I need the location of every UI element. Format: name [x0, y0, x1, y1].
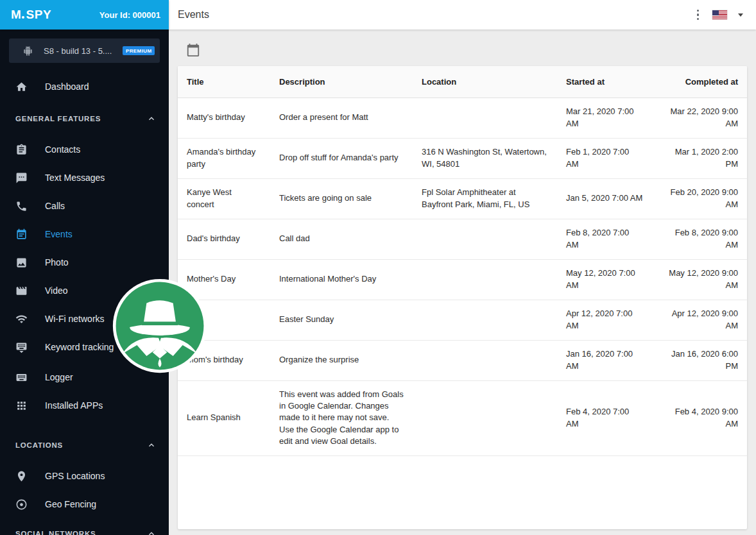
sidebar-item-label: Logger	[45, 372, 73, 382]
cell-description: Tickets are going on sale	[270, 178, 413, 219]
cell-title: Dad's birthday	[178, 219, 270, 259]
sidebar-item-label: Text Messages	[45, 173, 105, 183]
table-row: Mom's birthday Organize the surprise Jan…	[178, 340, 747, 380]
calendar-icon[interactable]	[186, 43, 202, 58]
table-row: Matty's birthday Order a present for Mat…	[178, 98, 747, 138]
cell-started: Jan 5, 2020 7:00 AM	[557, 178, 652, 219]
main-content: Title Description Location Started at Co…	[169, 30, 756, 535]
cell-started: Feb 1, 2020 7:00 AM	[557, 138, 652, 178]
device-name: S8 - build 13 - 5....	[33, 46, 123, 56]
video-icon	[15, 285, 28, 297]
home-icon	[15, 81, 28, 93]
chevron-up-icon	[146, 529, 157, 535]
sidebar-item-photo[interactable]: Photo	[0, 248, 169, 276]
sidebar-item-label: Calls	[45, 201, 65, 211]
topbar: Events	[169, 0, 756, 30]
sidebar-item-events[interactable]: Events	[0, 220, 169, 248]
logo-dot-icon	[22, 16, 24, 19]
premium-badge: PREMIUM	[123, 46, 155, 55]
section-general-features[interactable]: GENERAL FEATURES	[0, 106, 169, 132]
keyword-tracking-icon	[15, 341, 28, 353]
sidebar-item-label: Keyword tracking	[45, 342, 114, 352]
section-locations[interactable]: LOCATIONS	[0, 432, 169, 458]
cell-completed: Jan 16, 2020 6:00 PM	[652, 340, 747, 380]
section-label: GENERAL FEATURES	[15, 115, 101, 123]
column-started-at: Started at	[557, 66, 652, 98]
sidebar-item-geo-fencing[interactable]: Geo Fencing	[0, 490, 169, 518]
chevron-up-icon	[146, 114, 157, 124]
sidebar-item-calls[interactable]: Calls	[0, 192, 169, 220]
cell-description: Easter Sunday	[270, 300, 413, 340]
cell-completed: Apr 12, 2020 9:00 AM	[652, 300, 747, 340]
us-flag-icon[interactable]	[712, 10, 727, 19]
cell-completed: Feb 4, 2020 9:00 AM	[652, 380, 747, 455]
cell-description: Call dad	[270, 219, 413, 259]
cell-description: Drop off stuff for Amanda's party	[270, 138, 413, 178]
sidebar-item-label: Wi-Fi networks	[45, 314, 105, 324]
sidebar-item-contacts[interactable]: Contacts	[0, 135, 169, 164]
wifi-icon	[15, 313, 28, 325]
mspy-logo: MSPY	[11, 8, 51, 22]
brand-header: MSPY Your Id: 000001	[0, 0, 169, 30]
section-social-networks[interactable]: SOCIAL NETWORKS	[0, 521, 169, 535]
geo-fencing-icon	[15, 498, 28, 511]
table-row: Easter Sunday Apr 12, 2020 7:00 AM Apr 1…	[178, 300, 747, 340]
gps-locations-icon	[15, 470, 28, 482]
cell-location	[413, 219, 557, 259]
sidebar-item-label: Photo	[45, 257, 69, 268]
user-id-label: Your Id: 000001	[99, 10, 160, 20]
column-description: Description	[270, 66, 413, 98]
cell-location: 316 N Washington St, Watertown, WI, 5480…	[413, 138, 557, 178]
cell-completed: Mar 22, 2020 9:00 AM	[652, 98, 747, 138]
cell-started: May 12, 2020 7:00 AM	[557, 259, 652, 300]
cell-completed: May 12, 2020 9:00 AM	[652, 259, 747, 300]
sidebar-item-text-messages[interactable]: Text Messages	[0, 164, 169, 192]
sidebar-item-label: Contacts	[45, 144, 80, 155]
caret-down-icon[interactable]	[738, 13, 743, 17]
app-window: MSPY Your Id: 000001 Events S8 - build 1…	[0, 0, 756, 535]
cell-started: Feb 8, 2020 7:00 AM	[557, 219, 652, 259]
sidebar-item-installed-apps[interactable]: Installed APPs	[0, 391, 169, 420]
cell-description: This event was added from Goals in Googl…	[270, 380, 413, 455]
cell-description: Organize the surprise	[270, 340, 413, 380]
spy-logo	[112, 278, 208, 374]
table-row: Amanda's birthday party Drop off stuff f…	[178, 138, 747, 178]
contacts-icon	[15, 144, 28, 156]
column-location: Location	[413, 66, 557, 98]
cell-completed: Mar 1, 2020 2:00 PM	[652, 138, 747, 178]
device-selector[interactable]: S8 - build 13 - 5.... PREMIUM	[9, 38, 160, 63]
cell-description: Order a present for Matt	[270, 98, 413, 138]
photo-icon	[15, 257, 28, 269]
cell-started: Mar 21, 2020 7:00 AM	[557, 98, 652, 138]
cell-started: Jan 16, 2020 7:00 AM	[557, 340, 652, 380]
cell-title: Kanye West concert	[178, 178, 270, 219]
android-icon	[23, 46, 33, 56]
calls-icon	[15, 200, 28, 212]
sidebar-item-label: Events	[45, 229, 73, 239]
column-completed-at: Completed at	[652, 66, 747, 98]
cell-started: Feb 4, 2020 7:00 AM	[557, 380, 652, 455]
cell-location	[413, 300, 557, 340]
table-row: Learn Spanish This event was added from …	[178, 380, 747, 455]
cell-completed: Feb 20, 2020 9:00 AM	[652, 178, 747, 219]
topbar-actions	[694, 7, 756, 23]
sidebar-item-label: GPS Locations	[45, 471, 105, 481]
events-table-card: Title Description Location Started at Co…	[178, 66, 747, 529]
column-title: Title	[178, 66, 270, 98]
cell-completed: Feb 8, 2020 9:00 AM	[652, 219, 747, 259]
cell-location	[413, 340, 557, 380]
text-messages-icon	[15, 172, 28, 184]
table-row: Dad's birthday Call dad Feb 8, 2020 7:00…	[178, 219, 747, 259]
kebab-menu-icon[interactable]	[694, 7, 702, 23]
sidebar-item-dashboard[interactable]: Dashboard	[0, 72, 169, 101]
cell-location	[413, 380, 557, 455]
sidebar-item-gps-locations[interactable]: GPS Locations	[0, 462, 169, 490]
cell-title: Matty's birthday	[178, 98, 270, 138]
page-title: Events	[169, 9, 694, 21]
chevron-up-icon	[146, 440, 157, 450]
cell-location: Fpl Solar Amphitheater at Bayfront Park,…	[413, 178, 557, 219]
sidebar-item-label: Dashboard	[45, 81, 89, 92]
sidebar-item-label: Installed APPs	[45, 400, 103, 411]
cell-started: Apr 12, 2020 7:00 AM	[557, 300, 652, 340]
section-label: SOCIAL NETWORKS	[15, 530, 96, 535]
